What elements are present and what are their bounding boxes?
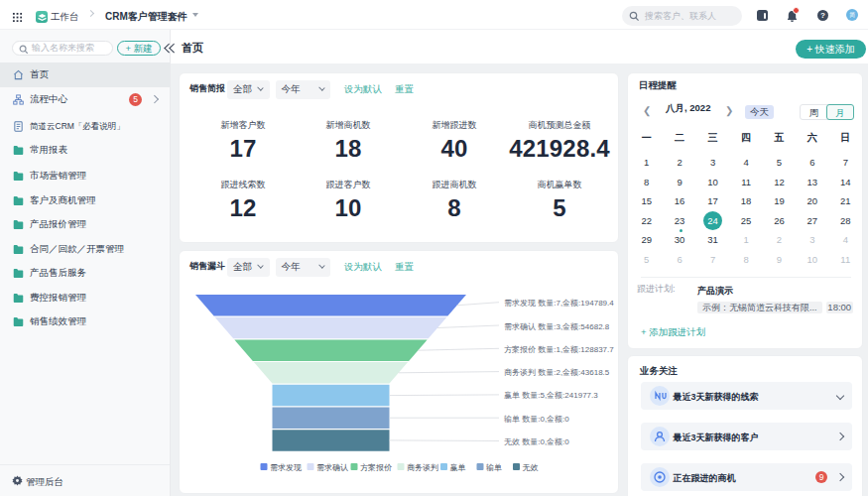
svg-text:无效 数量:0,金额:0: 无效 数量:0,金额:0	[504, 437, 569, 446]
svg-text:方案报价: 方案报价	[360, 463, 392, 472]
svg-text:需求发现: 需求发现	[270, 463, 302, 472]
svg-text:输单 数量:0,金额:0: 输单 数量:0,金额:0	[504, 415, 569, 424]
svg-text:赢单 数量:5,金额:241977.3: 赢单 数量:5,金额:241977.3	[504, 391, 598, 400]
svg-text:需求确认: 需求确认	[316, 463, 348, 472]
svg-text:赢单: 赢单	[450, 463, 466, 472]
svg-text:商务谈判: 商务谈判	[407, 463, 438, 472]
svg-text:商务谈判 数量:2,金额:43618.5: 商务谈判 数量:2,金额:43618.5	[504, 368, 610, 377]
svg-text:方案报价 数量:1,金额:128837.7: 方案报价 数量:1,金额:128837.7	[504, 345, 614, 354]
svg-text:需求确认 数量:3,金额:54682.8: 需求确认 数量:3,金额:54682.8	[504, 322, 610, 331]
svg-text:需求发现 数量:7,金额:194789.4: 需求发现 数量:7,金额:194789.4	[504, 299, 614, 308]
svg-text:输单: 输单	[486, 463, 502, 472]
svg-text:无效: 无效	[523, 463, 539, 472]
